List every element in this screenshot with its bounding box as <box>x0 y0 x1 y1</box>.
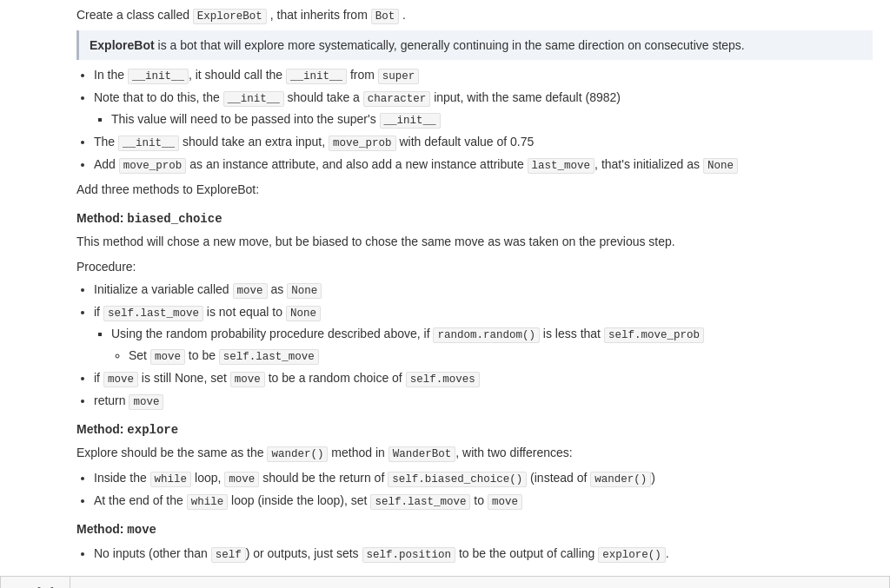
move-code-6: move <box>224 472 259 487</box>
intro-paragraph: Create a class called ExploreBot , that … <box>76 5 873 25</box>
explorebot-description: ExploreBot is a bot that will explore mo… <box>76 30 873 60</box>
move-code-1: move <box>233 283 268 299</box>
method1-name-code: biased_choice <box>127 212 222 226</box>
explore-parens-code: explore() <box>598 547 666 563</box>
add-methods-text: Add three methods to ExploreBot: <box>76 180 873 199</box>
method3-name-code: move <box>127 523 156 537</box>
character-code: character <box>363 91 431 107</box>
method2-desc: Explore should be the same as the wander… <box>76 443 873 463</box>
move-prob-code-1: move_prob <box>329 135 396 151</box>
bullet-init-call: In the __init__, it should call the __in… <box>94 65 873 85</box>
method2-heading: Method: explore <box>76 420 873 439</box>
sub-sub-proc-list: Set move to be self.last_move <box>129 346 873 366</box>
proc-step-4: return move <box>94 391 873 411</box>
sub-bullet-super-init: This value will need to be passed into t… <box>111 109 873 129</box>
self-last-move-code-1: self.last_move <box>103 306 203 321</box>
wander-parens-code: wander() <box>590 472 651 487</box>
move-code-7: move <box>488 494 522 510</box>
self-code: self <box>211 547 246 563</box>
notebook-container: Create a class called ExploreBot , that … <box>0 0 890 588</box>
none-code-2: None <box>287 283 322 299</box>
init-code-2: __init__ <box>286 69 347 84</box>
method1-label: Method: <box>76 211 127 225</box>
method2-name-code: explore <box>127 423 178 437</box>
proc-sub-step-1: Using the random probability procedure d… <box>111 324 873 366</box>
self-last-move-code-3: self.last_move <box>370 494 470 510</box>
bullet-move-prob-input: The __init__ should take an extra input,… <box>94 132 873 152</box>
proc-sub-sub-step-1: Set move to be self.last_move <box>129 346 873 366</box>
cell-content-intro: Create a class called ExploreBot , that … <box>70 0 890 572</box>
explore-list: Inside the while loop, move should be th… <box>94 468 873 511</box>
move-code-5: move <box>129 394 163 410</box>
explore-step-2: At the end of the while loop (inside the… <box>94 491 873 511</box>
self-moves-code: self.moves <box>406 372 480 387</box>
intro-mid: , that inherits from <box>270 8 368 22</box>
code-cell-1-content[interactable]: # YOUR CODE HERE raise NotImplementedErr… <box>70 577 889 588</box>
move-code-3: move <box>103 372 138 387</box>
method2-label: Method: <box>76 422 127 436</box>
self-position-code: self.position <box>362 547 456 563</box>
sub-proc-list-1: Using the random probability procedure d… <box>111 324 873 366</box>
code-cell-1-gutter: In [ ]: <box>1 577 70 588</box>
method3-heading: Method: move <box>76 519 873 539</box>
wanderbot-code: WanderBot <box>389 446 456 462</box>
super-init-code: __init__ <box>380 113 441 129</box>
self-last-move-code-2: self.last_move <box>219 349 319 365</box>
method1-heading: Method: biased_choice <box>76 208 873 228</box>
method3-label: Method: <box>76 522 127 536</box>
explore-step-1: Inside the while loop, move should be th… <box>94 468 873 488</box>
bullet-character: Note that to do this, the __init__ shoul… <box>94 88 873 129</box>
code-cell-1[interactable]: In [ ]: # YOUR CODE HERE raise NotImplem… <box>0 576 890 588</box>
cell-gutter <box>0 0 70 572</box>
while-code-1: while <box>150 472 192 487</box>
sub-bullet-list-1: This value will need to be passed into t… <box>111 109 873 129</box>
explorebot-code-inline: ExploreBot <box>193 9 267 24</box>
random-random-code: random.random() <box>433 327 540 343</box>
move-prob-code-2: move_prob <box>119 158 187 174</box>
proc-step-3: if move is still None, set move to be a … <box>94 368 873 388</box>
move-code-4: move <box>230 372 265 387</box>
wander-code: wander() <box>267 446 328 462</box>
procedure-list: Initialize a variable called move as Non… <box>94 280 873 411</box>
self-move-prob-code: self.move_prob <box>604 327 704 343</box>
none-code-3: None <box>286 306 321 321</box>
biased-choice-code: self.biased_choice() <box>388 472 527 487</box>
explorebot-desc-rest: is a bot that will explore more systemat… <box>158 38 745 52</box>
method1-desc: This method will chose a new move, but b… <box>76 232 873 251</box>
move-list: No inputs (other than self) or outputs, … <box>94 544 873 564</box>
super-code: super <box>378 69 420 84</box>
proc-step-1: Initialize a variable called move as Non… <box>94 280 873 300</box>
move-code-2: move <box>150 349 185 365</box>
main-bullet-list: In the __init__, it should call the __in… <box>94 65 873 175</box>
last-move-code: last_move <box>528 158 595 174</box>
init-code-3: __init__ <box>223 91 284 107</box>
intro-end: . <box>402 8 406 22</box>
init-code-1: __init__ <box>128 69 189 84</box>
bullet-last-move: Add move_prob as an instance attribute, … <box>94 155 873 175</box>
markdown-cell-intro: Create a class called ExploreBot , that … <box>0 0 890 572</box>
intro-text: Create a class called <box>76 8 189 22</box>
proc-step-2: if self.last_move is not equal to None U… <box>94 302 873 366</box>
procedure-label: Procedure: <box>76 257 873 276</box>
while-code-2: while <box>187 494 229 510</box>
explorebot-name-bold: ExploreBot <box>90 38 155 52</box>
move-step-1: No inputs (other than self) or outputs, … <box>94 544 873 564</box>
bot-code-inline: Bot <box>371 9 400 24</box>
init-code-4: __init__ <box>118 135 179 151</box>
none-code-1: None <box>703 158 738 174</box>
